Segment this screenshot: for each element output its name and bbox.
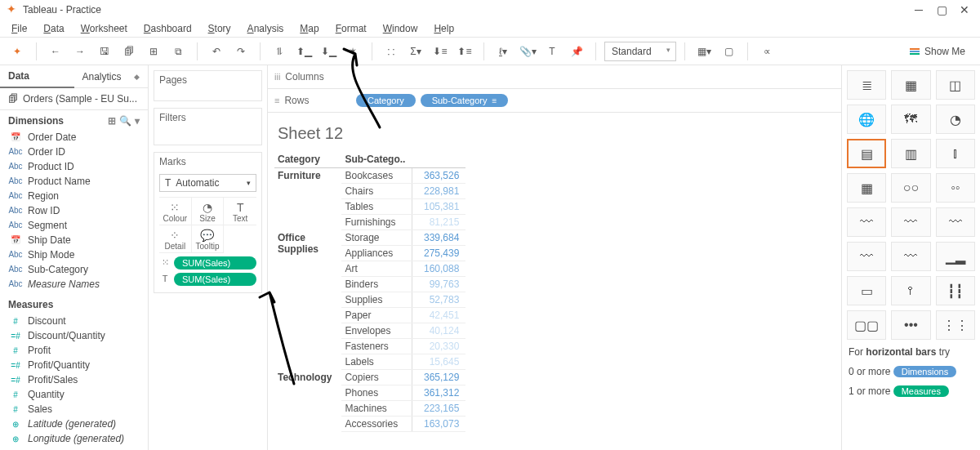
pages-card[interactable]: Pages	[154, 70, 262, 101]
field-discount[interactable]: #Discount	[3, 314, 145, 328]
marks-tooltip-button[interactable]: 💬Tooltip	[192, 225, 225, 253]
showme-thumb-20[interactable]: ┇┇	[936, 276, 975, 305]
close-icon[interactable]: ✕	[959, 4, 970, 16]
row-pill-sub-category[interactable]: Sub-Category ≡	[421, 94, 509, 107]
search-icon[interactable]: 🔍	[119, 115, 131, 127]
mark-pill[interactable]: TSUM(Sales)	[159, 273, 256, 286]
showme-thumb-8[interactable]: ⫿	[936, 139, 975, 168]
showme-thumb-3[interactable]: 🌐	[847, 105, 886, 134]
showme-thumb-2[interactable]: ◫	[936, 70, 975, 100]
table-row[interactable]: OfficeSuppliesStorage339,684	[274, 230, 466, 246]
field-sub-category[interactable]: AbcSub-Category	[3, 262, 145, 277]
new-datasource-icon[interactable]: 🗐	[118, 41, 140, 62]
showme-thumb-6[interactable]: ▤	[847, 139, 886, 168]
showme-thumb-19[interactable]: ⫯	[891, 276, 930, 305]
maximize-icon[interactable]: ▢	[936, 4, 947, 16]
marks-detail-button[interactable]: ⁘Detail	[159, 225, 192, 253]
table-row[interactable]: TechnologyCopiers365,129	[274, 370, 466, 385]
columns-shelf[interactable]: iiiColumns	[268, 65, 841, 89]
menu-story[interactable]: Story	[200, 20, 239, 37]
field-profit[interactable]: #Profit	[3, 343, 145, 358]
field-longitude-generated-[interactable]: ⊕Longitude (generated)	[3, 431, 145, 446]
field-measure-names[interactable]: AbcMeasure Names	[3, 277, 145, 292]
menu-window[interactable]: Window	[375, 20, 426, 37]
pin-icon[interactable]: 📌	[566, 41, 587, 62]
menu-data[interactable]: Data	[35, 20, 72, 37]
field-ship-date[interactable]: 📅Ship Date	[3, 233, 145, 247]
redo-icon[interactable]: ↷	[230, 41, 252, 62]
field-profit-quantity[interactable]: =#Profit/Quantity	[3, 358, 145, 372]
showme-thumb-10[interactable]: ○○	[891, 173, 930, 203]
view-icon[interactable]: ⊞	[108, 115, 116, 127]
showme-thumb-22[interactable]: •••	[891, 310, 930, 340]
field-order-id[interactable]: AbcOrder ID	[3, 145, 145, 159]
attach-icon[interactable]: 📎▾	[517, 41, 538, 62]
mark-type-select[interactable]: T Automatic▾	[159, 174, 256, 192]
label-icon[interactable]: T	[541, 41, 563, 62]
field-region[interactable]: AbcRegion	[3, 189, 145, 203]
dashboard-icon[interactable]: ▦▾	[693, 41, 715, 62]
marks-size-button[interactable]: ◔Size	[192, 198, 225, 225]
group-icon[interactable]: ⸬	[381, 41, 402, 62]
sheet-title[interactable]: Sheet 12	[274, 124, 835, 143]
save-icon[interactable]: 🖫	[94, 41, 115, 62]
highlight-icon[interactable]: ℓ▾	[492, 41, 514, 62]
showme-thumb-12[interactable]: 〰	[847, 207, 886, 237]
showme-thumb-16[interactable]: 〰	[891, 242, 930, 271]
field-latitude-generated-[interactable]: ⊕Latitude (generated)	[3, 417, 145, 431]
mark-pill[interactable]: ⁙SUM(Sales)	[159, 256, 256, 270]
showme-thumb-21[interactable]: ▢▢	[847, 310, 886, 340]
fit-select[interactable]: Standard	[604, 42, 676, 61]
showme-thumb-0[interactable]: ≣	[847, 70, 886, 100]
field-product-id[interactable]: AbcProduct ID	[3, 159, 145, 174]
datasource-item[interactable]: 🗐 Orders (Sample - EU Su...	[0, 88, 148, 110]
sort-asc-icon[interactable]: ⬆▁	[293, 41, 314, 62]
field-profit-sales[interactable]: =#Profit/Sales	[3, 372, 145, 387]
menu-worksheet[interactable]: Worksheet	[73, 20, 136, 37]
showme-thumb-7[interactable]: ▥	[891, 139, 930, 168]
menu-file[interactable]: File	[3, 20, 35, 37]
menu-dashboard[interactable]: Dashboard	[136, 20, 200, 37]
showme-thumb-17[interactable]: ▁▂	[936, 242, 975, 271]
showme-thumb-9[interactable]: ▦	[847, 173, 886, 203]
marks-text-button[interactable]: TText	[224, 198, 256, 225]
show-me-button[interactable]: Show Me	[902, 42, 973, 60]
field-quantity[interactable]: #Quantity	[3, 387, 145, 402]
showme-thumb-15[interactable]: 〰	[847, 242, 886, 271]
sort-asc2-icon[interactable]: ⬇≡	[430, 41, 451, 62]
showme-thumb-18[interactable]: ▭	[847, 276, 886, 305]
worksheet-icon[interactable]: ▢	[718, 41, 739, 62]
showme-thumb-14[interactable]: 〰	[936, 207, 975, 237]
marks-colour-button[interactable]: ⁙Colour	[159, 198, 192, 225]
field-order-date[interactable]: 📅Order Date	[3, 130, 145, 145]
tab-analytics[interactable]: Analytics◆	[74, 65, 149, 87]
showme-thumb-1[interactable]: ▦	[891, 70, 930, 100]
row-pill-category[interactable]: Category	[356, 94, 416, 107]
duplicate-icon[interactable]: ⧉	[167, 41, 189, 62]
menu-help[interactable]: Help	[425, 20, 462, 37]
col-header-subcategory[interactable]: Sub-Catego..	[341, 151, 412, 168]
field-ship-mode[interactable]: AbcShip Mode	[3, 247, 145, 262]
field-row-id[interactable]: AbcRow ID	[3, 203, 145, 218]
showme-thumb-13[interactable]: 〰	[891, 207, 930, 237]
showme-thumb-11[interactable]: ◦◦	[936, 173, 975, 203]
rows-shelf[interactable]: ≡Rows CategorySub-Category ≡	[268, 89, 841, 113]
showme-thumb-4[interactable]: 🗺	[891, 105, 930, 134]
tab-data[interactable]: Data	[0, 65, 74, 88]
sort-desc-icon[interactable]: ⬇▁	[318, 41, 339, 62]
field-product-name[interactable]: AbcProduct Name	[3, 174, 145, 189]
new-worksheet-icon[interactable]: ⊞	[143, 41, 164, 62]
back-icon[interactable]: ←	[45, 41, 66, 62]
tableau-logo-icon[interactable]: ✦	[7, 41, 28, 62]
field-sales[interactable]: #Sales	[3, 402, 145, 417]
totals-icon[interactable]: Σ▾	[405, 41, 426, 62]
clear-icon[interactable]: ✶	[342, 41, 363, 62]
showme-thumb-5[interactable]: ◔	[936, 105, 975, 134]
showme-thumb-23[interactable]: ⋮⋮	[936, 310, 975, 340]
undo-icon[interactable]: ↶	[206, 41, 227, 62]
minimize-icon[interactable]: ─	[913, 4, 924, 16]
filters-card[interactable]: Filters	[154, 108, 262, 145]
swap-icon[interactable]: ⥮	[269, 41, 290, 62]
menu-map[interactable]: Map	[292, 20, 327, 37]
share-icon[interactable]: ∝	[756, 41, 777, 62]
